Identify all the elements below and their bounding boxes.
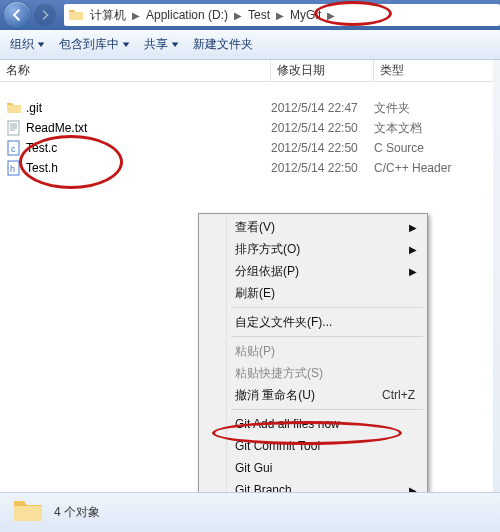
chevron-right-icon: ▶ bbox=[230, 10, 246, 21]
c-file-icon: c bbox=[6, 140, 22, 156]
share-button[interactable]: 共享 ▼ bbox=[144, 36, 179, 53]
column-date[interactable]: 修改日期 bbox=[271, 60, 374, 81]
file-date: 2012/5/14 22:50 bbox=[271, 141, 374, 155]
crumb-root[interactable]: 计算机 bbox=[88, 7, 128, 24]
file-type: C Source bbox=[374, 141, 500, 155]
chevron-right-icon: ▶ bbox=[128, 10, 144, 21]
menu-paste: 粘贴(P) bbox=[201, 340, 425, 362]
menu-group[interactable]: 分组依据(P)▶ bbox=[201, 260, 425, 282]
address-bar[interactable]: 计算机 ▶ Application (D:) ▶ Test ▶ MyGit ▶ bbox=[64, 4, 500, 26]
menu-paste-shortcut: 粘贴快捷方式(S) bbox=[201, 362, 425, 384]
file-date: 2012/5/14 22:50 bbox=[271, 161, 374, 175]
new-folder-button[interactable]: 新建文件夹 bbox=[193, 36, 253, 53]
menu-refresh[interactable]: 刷新(E) bbox=[201, 282, 425, 304]
column-type[interactable]: 类型 bbox=[374, 60, 500, 81]
organize-button[interactable]: 组织 ▼ bbox=[10, 36, 45, 53]
chevron-right-icon: ▶ bbox=[272, 10, 288, 21]
list-item[interactable]: cTest.c 2012/5/14 22:50 C Source bbox=[0, 138, 500, 158]
file-date: 2012/5/14 22:50 bbox=[271, 121, 374, 135]
column-name[interactable]: 名称 bbox=[0, 60, 271, 81]
forward-button[interactable] bbox=[34, 4, 56, 26]
crumb-folder2[interactable]: MyGit bbox=[288, 8, 323, 22]
file-name: Test.c bbox=[26, 141, 57, 155]
list-item[interactable]: hTest.h 2012/5/14 22:50 C/C++ Header bbox=[0, 158, 500, 178]
list-item[interactable]: ReadMe.txt 2012/5/14 22:50 文本文档 bbox=[0, 118, 500, 138]
back-button[interactable] bbox=[4, 2, 30, 28]
folder-icon bbox=[12, 495, 44, 530]
chevron-right-icon: ▶ bbox=[409, 244, 417, 255]
menu-sort[interactable]: 排序方式(O)▶ bbox=[201, 238, 425, 260]
nav-bar: 计算机 ▶ Application (D:) ▶ Test ▶ MyGit ▶ bbox=[0, 0, 500, 30]
menu-git-gui[interactable]: Git Gui bbox=[201, 457, 425, 479]
folder-icon bbox=[6, 100, 22, 116]
file-type: C/C++ Header bbox=[374, 161, 500, 175]
menu-view[interactable]: 查看(V)▶ bbox=[201, 216, 425, 238]
file-type: 文本文档 bbox=[374, 120, 500, 137]
status-bar: 4 个对象 bbox=[0, 492, 500, 532]
status-count: 4 个对象 bbox=[54, 504, 100, 521]
file-date: 2012/5/14 22:47 bbox=[271, 101, 374, 115]
file-name: .git bbox=[26, 101, 42, 115]
menu-git-add[interactable]: Git Add all files now bbox=[201, 413, 425, 435]
context-menu: 查看(V)▶ 排序方式(O)▶ 分组依据(P)▶ 刷新(E) 自定义文件夹(F)… bbox=[198, 213, 428, 526]
menu-customize[interactable]: 自定义文件夹(F)... bbox=[201, 311, 425, 333]
menu-undo[interactable]: 撤消 重命名(U)Ctrl+Z bbox=[201, 384, 425, 406]
file-name: Test.h bbox=[26, 161, 58, 175]
toolbar: 组织 ▼ 包含到库中 ▼ 共享 ▼ 新建文件夹 bbox=[0, 30, 500, 60]
crumb-folder1[interactable]: Test bbox=[246, 8, 272, 22]
include-button[interactable]: 包含到库中 ▼ bbox=[59, 36, 130, 53]
file-type: 文件夹 bbox=[374, 100, 500, 117]
svg-text:h: h bbox=[10, 164, 15, 174]
menu-git-commit[interactable]: Git Commit Tool bbox=[201, 435, 425, 457]
chevron-right-icon: ▶ bbox=[409, 222, 417, 233]
file-list: .git 2012/5/14 22:47 文件夹 ReadMe.txt 2012… bbox=[0, 82, 500, 178]
crumb-drive[interactable]: Application (D:) bbox=[144, 8, 230, 22]
list-item[interactable]: .git 2012/5/14 22:47 文件夹 bbox=[0, 98, 500, 118]
column-headers: 名称 修改日期 类型 bbox=[0, 60, 500, 82]
chevron-right-icon: ▶ bbox=[409, 266, 417, 277]
folder-icon bbox=[68, 7, 84, 23]
txt-icon bbox=[6, 120, 22, 136]
shortcut-label: Ctrl+Z bbox=[382, 388, 415, 402]
svg-text:c: c bbox=[11, 144, 16, 154]
h-file-icon: h bbox=[6, 160, 22, 176]
chevron-right-icon: ▶ bbox=[323, 10, 339, 21]
file-name: ReadMe.txt bbox=[26, 121, 87, 135]
